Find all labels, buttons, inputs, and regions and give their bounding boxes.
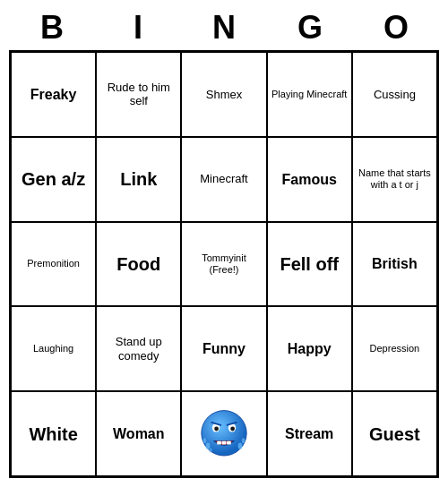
letter-b: B (13, 9, 91, 47)
cell-17: Funny (181, 306, 266, 391)
letter-o: O (357, 9, 435, 47)
letter-g: G (271, 9, 349, 47)
svg-point-10 (206, 442, 211, 449)
cell-13: Fell off (267, 222, 352, 307)
cell-15: Laughing (11, 306, 96, 391)
letter-n: N (185, 9, 263, 47)
bingo-title: B I N G O (9, 9, 439, 47)
letter-i: I (99, 9, 177, 47)
cell-5: Gen a/z (11, 137, 96, 222)
angry-emoji (197, 407, 251, 461)
cell-12: Tommyinit (Free!) (181, 222, 266, 307)
cell-14: British (352, 222, 437, 307)
bingo-grid: Freaky Rude to him self Shmex Playing Mi… (9, 50, 439, 478)
cell-4: Cussing (352, 52, 437, 137)
svg-point-13 (238, 442, 243, 449)
cell-20: White (11, 391, 96, 476)
cell-19: Depression (352, 306, 437, 391)
svg-point-4 (230, 426, 235, 431)
cell-2: Shmex (181, 52, 266, 137)
cell-23: Stream (267, 391, 352, 476)
cell-10: Premonition (11, 222, 96, 307)
cell-24: Guest (352, 391, 437, 476)
cell-21: Woman (96, 391, 181, 476)
svg-point-14 (242, 438, 246, 443)
cell-8: Famous (267, 137, 352, 222)
cell-9: Name that starts with a t or j (352, 137, 437, 222)
cell-7: Minecraft (181, 137, 266, 222)
cell-1: Rude to him self (96, 52, 181, 137)
svg-point-12 (209, 448, 212, 452)
cell-11: Food (96, 222, 181, 307)
svg-point-11 (203, 438, 207, 443)
cell-16: Stand up comedy (96, 306, 181, 391)
svg-rect-8 (222, 440, 227, 444)
cell-3: Playing Minecraft (267, 52, 352, 137)
cell-0: Freaky (11, 52, 96, 137)
svg-rect-9 (227, 440, 231, 444)
cell-22 (181, 391, 266, 476)
cell-6: Link (96, 137, 181, 222)
svg-rect-7 (217, 440, 221, 444)
svg-point-3 (214, 426, 219, 431)
cell-18: Happy (267, 306, 352, 391)
